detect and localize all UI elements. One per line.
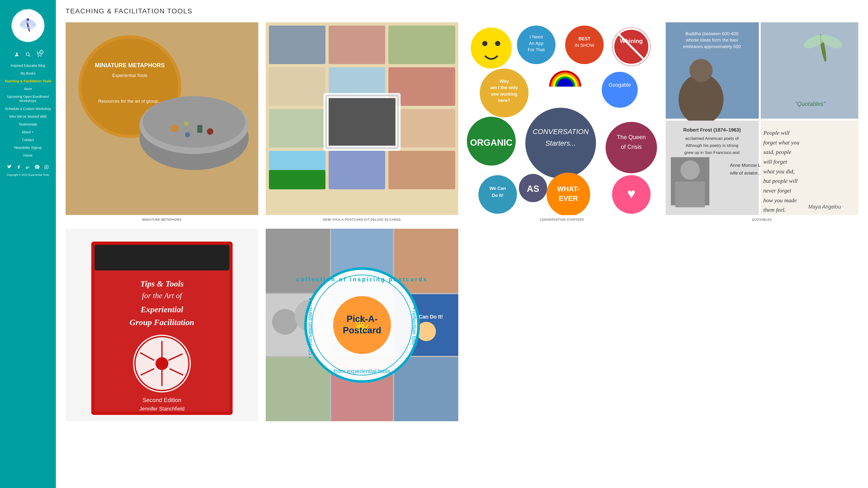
svg-text:Maya Angelou: Maya Angelou: [808, 204, 841, 210]
svg-text:for the Art of: for the Art of: [142, 291, 183, 300]
svg-text:one working: one working: [491, 92, 517, 97]
svg-text:MINIATURE METAPHORS: MINIATURE METAPHORS: [95, 62, 165, 68]
svg-text:People will: People will: [763, 130, 789, 136]
svg-text:what you did,: what you did,: [763, 168, 795, 174]
svg-rect-148: [394, 357, 459, 421]
svg-rect-40: [269, 109, 326, 148]
svg-text:An App: An App: [529, 41, 544, 46]
copyright-text: Copyright © 2022 Experiential Tools: [4, 172, 52, 177]
svg-text:whose ideas form the basi: whose ideas form the basi: [685, 37, 738, 42]
chevron-down-icon: [32, 131, 34, 133]
svg-text:Experiential Tools: Experiential Tools: [112, 73, 148, 78]
search-icon[interactable]: [25, 51, 31, 58]
product-miniature-metaphors[interactable]: MINIATURE METAPHORS Experiential Tools R…: [66, 22, 258, 221]
svg-text:CONVERSATION: CONVERSATION: [533, 128, 589, 135]
svg-rect-126: [94, 245, 229, 270]
pick-postcard-circular-image: We Can Do It! ✋ collection of inspiring …: [266, 229, 459, 421]
sidebar-item-worked-with[interactable]: Who We've Worked With: [0, 112, 56, 121]
sidebar-item-inspired-blog[interactable]: Inspired Educator Blog: [0, 62, 56, 69]
svg-point-71: [602, 72, 638, 108]
sidebar-item-contact[interactable]: Contact: [0, 136, 56, 144]
svg-text:wife of aviator...: wife of aviator...: [730, 170, 761, 175]
svg-point-150: [272, 309, 298, 334]
svg-text:Resources for the art of group: Resources for the art of group...: [98, 99, 161, 104]
product-label-conversation: CONVERSATION STARTERS: [540, 218, 584, 221]
sidebar-item-custom-workshop[interactable]: Schedule a Custom Workshop: [0, 105, 56, 112]
sidebar-item-testimonials[interactable]: Testimonials: [0, 121, 56, 128]
pinterest-icon[interactable]: [34, 164, 40, 170]
product-conversation-starters[interactable]: I Need An App For That BEST IN SHOW Whin…: [466, 22, 658, 221]
svg-text:• conversation starters •: • conversation starters •: [307, 298, 313, 359]
svg-rect-48: [329, 98, 395, 146]
svg-rect-32: [184, 122, 188, 126]
google-plus-icon[interactable]: g+: [25, 164, 31, 170]
svg-text:them feel.: them feel.: [763, 206, 786, 213]
svg-marker-15: [32, 132, 33, 133]
svg-rect-109: [675, 182, 705, 207]
svg-rect-44: [269, 170, 326, 189]
svg-point-108: [680, 161, 700, 180]
sidebar-item-open-enrollment[interactable]: Upcoming Open Enrollment Workshops: [0, 93, 56, 105]
svg-rect-35: [329, 26, 385, 64]
facebook-icon[interactable]: [16, 164, 22, 170]
svg-text:AS: AS: [527, 184, 539, 194]
product-pick-postcard-deluxe[interactable]: NEW! PICK-A-POSTCARD KIT DELUXE 50 CARDS: [266, 22, 459, 221]
product-image-quotables: Buddha (between 600-400 whose ideas form…: [666, 22, 859, 215]
sidebar-item-home[interactable]: Home: [0, 152, 56, 159]
svg-text:I Need: I Need: [530, 34, 543, 39]
svg-line-12: [29, 55, 30, 57]
svg-text:EVER: EVER: [559, 194, 578, 202]
sidebar-item-store[interactable]: Store: [0, 85, 56, 93]
svg-point-14: [40, 56, 41, 57]
svg-text:• reflection tool •: • reflection tool •: [411, 307, 417, 349]
svg-text:Starters...: Starters...: [545, 139, 576, 147]
twitter-icon[interactable]: [6, 164, 12, 170]
user-icon[interactable]: [13, 51, 20, 58]
cart-count: 0: [39, 50, 43, 54]
sidebar-item-my-books[interactable]: My Books: [0, 69, 56, 77]
sidebar-item-newsletter[interactable]: Newsletter Signup: [0, 144, 56, 152]
product-tips-tools-book[interactable]: Tips & Tools for the Art of Experiential…: [66, 229, 258, 424]
svg-text:of Crisis: of Crisis: [621, 143, 642, 150]
sidebar-item-about[interactable]: About: [0, 128, 56, 136]
svg-point-10: [16, 53, 18, 54]
svg-point-28: [171, 125, 179, 132]
book-image: Tips & Tools for the Art of Experiential…: [66, 229, 258, 421]
svg-point-13: [38, 56, 39, 57]
svg-text:For That: For That: [528, 47, 545, 52]
sidebar-item-teaching-tools[interactable]: Teaching & Facilitation Tools: [0, 77, 56, 85]
svg-text:Experiential: Experiential: [141, 304, 183, 314]
cart-icon[interactable]: 0: [36, 51, 42, 58]
logo-area: EXPERIENTIAL TOOLS Resources for Teachin…: [0, 0, 56, 48]
svg-text:Tips & Tools: Tips & Tools: [140, 279, 184, 288]
svg-point-31: [207, 128, 213, 134]
svg-rect-45: [329, 151, 385, 189]
svg-text:WHAT-: WHAT-: [557, 185, 580, 193]
product-image-postcard: [266, 22, 459, 215]
sidebar-action-icons: 0: [13, 48, 42, 62]
product-label-quotables: QUOTABLES: [752, 218, 772, 221]
product-label-miniature: MINIATURE METAPHORS: [142, 218, 182, 221]
main-navigation: Inspired Educator Blog My Books Teaching…: [0, 62, 56, 159]
svg-text:Do It!: Do It!: [492, 193, 503, 198]
products-row-1: MINIATURE METAPHORS Experiential Tools R…: [66, 22, 858, 221]
svg-rect-34: [269, 26, 326, 64]
svg-point-51: [471, 27, 512, 68]
svg-text:embraces approximately 500: embraces approximately 500: [683, 44, 741, 49]
product-quotables[interactable]: Buddha (between 600-400 whose ideas form…: [666, 22, 859, 221]
svg-text:will forget: will forget: [763, 159, 787, 165]
page-title: TEACHING & FACILITATION TOOLS: [66, 7, 858, 15]
svg-point-84: [547, 173, 590, 215]
product-pick-postcard-circular[interactable]: We Can Do It! ✋ collection of inspiring …: [266, 229, 459, 424]
svg-text:never forget: never forget: [763, 188, 792, 194]
svg-text:acclaimed American poets of: acclaimed American poets of: [685, 136, 739, 141]
svg-text:Robert Frost (1874–1963): Robert Frost (1874–1963): [683, 127, 741, 133]
svg-point-9: [27, 18, 29, 21]
instagram-icon[interactable]: [43, 164, 49, 170]
svg-point-29: [185, 132, 190, 137]
product-label-postcard: NEW! PICK-A-POSTCARD KIT DELUXE 50 CARDS: [323, 218, 401, 221]
svg-text:but people will: but people will: [763, 178, 798, 184]
svg-text:BEST: BEST: [579, 36, 591, 41]
miniature-metaphors-image: MINIATURE METAPHORS Experiential Tools R…: [66, 22, 258, 215]
svg-rect-30: [197, 125, 202, 133]
